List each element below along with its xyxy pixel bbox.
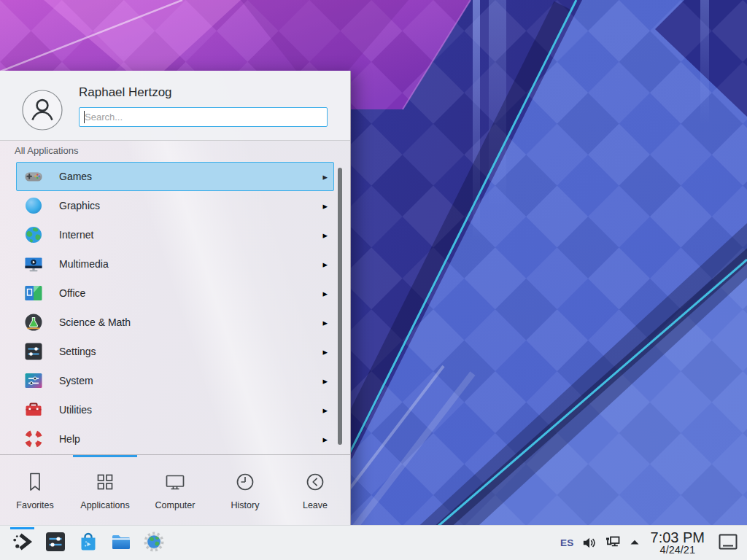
globegear-icon — [142, 530, 166, 556]
launcher-tab-bar: FavoritesApplicationsComputerHistoryLeav… — [0, 454, 350, 525]
search-input[interactable] — [79, 107, 328, 127]
tab-label: Computer — [155, 500, 196, 510]
category-item-multimedia[interactable]: Multimedia▸ — [16, 249, 334, 279]
list-scrollbar-thumb[interactable] — [338, 168, 342, 445]
volume-icon[interactable] — [581, 535, 597, 551]
submenu-arrow-icon: ▸ — [322, 434, 328, 445]
category-label: Settings — [59, 346, 96, 357]
leave-tab-icon — [303, 470, 328, 494]
taskbar-system-settings-button[interactable] — [39, 526, 71, 560]
applications-tab-icon — [93, 470, 117, 494]
category-label: System — [59, 375, 93, 386]
clock-time: 7:03 PM — [651, 530, 705, 545]
category-label: Science & Math — [59, 316, 131, 328]
tab-applications[interactable]: Applications — [70, 455, 140, 525]
tab-label: History — [231, 500, 260, 510]
category-item-utilities[interactable]: Utilities▸ — [16, 395, 334, 424]
tab-leave[interactable]: Leave — [280, 455, 350, 525]
keyboard-layout-indicator[interactable]: ES — [560, 537, 574, 548]
application-launcher-menu: Raphael Hertzog All Applications Games▸G… — [0, 71, 351, 525]
tab-favorites[interactable]: Favorites — [0, 455, 70, 525]
submenu-arrow-icon: ▸ — [322, 405, 328, 416]
submenu-arrow-icon: ▸ — [322, 201, 328, 211]
submenu-arrow-icon: ▸ — [322, 376, 328, 386]
category-label: Utilities — [59, 404, 92, 416]
tab-computer[interactable]: Computer — [140, 455, 210, 525]
dolphin-icon — [109, 530, 133, 556]
desktop: Raphael Hertzog All Applications Games▸G… — [0, 0, 747, 560]
settings-icon — [23, 341, 44, 362]
games-icon — [23, 166, 44, 187]
clock-date: 4/24/21 — [651, 545, 705, 556]
category-item-science-math[interactable]: Science & Math▸ — [16, 308, 334, 337]
network-icon[interactable] — [604, 534, 622, 551]
category-label: Graphics — [59, 200, 100, 211]
history-tab-icon — [233, 470, 258, 494]
submenu-arrow-icon: ▸ — [322, 171, 328, 182]
category-label: Help — [59, 433, 80, 445]
category-list: Games▸Graphics▸Internet▸Multimedia▸Offic… — [0, 162, 350, 454]
computer-tab-icon — [163, 470, 187, 494]
tab-history[interactable]: History — [210, 455, 280, 525]
section-label: All Applications — [15, 145, 78, 156]
submenu-arrow-icon: ▸ — [322, 317, 328, 328]
category-item-system[interactable]: System▸ — [16, 366, 334, 395]
launcher-header: Raphael Hertzog — [0, 71, 350, 141]
category-label: Office — [59, 287, 85, 299]
systemsettings-icon — [44, 530, 67, 556]
category-item-graphics[interactable]: Graphics▸ — [16, 191, 334, 220]
tab-label: Applications — [80, 500, 129, 510]
category-item-games[interactable]: Games▸ — [16, 162, 334, 191]
submenu-arrow-icon: ▸ — [322, 230, 328, 241]
category-item-settings[interactable]: Settings▸ — [16, 337, 334, 366]
category-label: Multimedia — [59, 258, 109, 270]
system-tray: ES 7:03 PM 4/24/21 — [560, 530, 741, 556]
taskbar-discover-software-center-button[interactable] — [71, 526, 104, 560]
kicker-icon — [11, 530, 34, 556]
text-cursor — [84, 111, 85, 123]
office-icon — [23, 283, 44, 303]
category-item-office[interactable]: Office▸ — [16, 279, 334, 308]
taskbar-application-launcher-button[interactable] — [6, 526, 39, 560]
category-item-internet[interactable]: Internet▸ — [16, 220, 334, 249]
discover-icon — [77, 530, 100, 556]
science-icon — [23, 312, 44, 332]
multimedia-icon — [23, 254, 44, 274]
submenu-arrow-icon: ▸ — [322, 346, 328, 357]
submenu-arrow-icon: ▸ — [322, 288, 328, 299]
taskbar-panel: ES 7:03 PM 4/24/21 — [0, 525, 747, 560]
utilities-icon — [23, 400, 44, 420]
user-name: Raphael Hertzog — [79, 85, 172, 100]
taskbar-web-services-globe-button[interactable] — [137, 526, 170, 560]
category-label: Games — [59, 171, 92, 182]
favorites-tab-icon — [23, 470, 47, 494]
digital-clock[interactable]: 7:03 PM 4/24/21 — [651, 530, 705, 556]
tab-label: Favorites — [16, 500, 53, 510]
expand-tray-arrow-icon[interactable] — [629, 537, 640, 548]
search-field-wrap — [79, 107, 328, 127]
internet-icon — [23, 225, 44, 245]
category-item-help[interactable]: Help▸ — [16, 424, 334, 454]
user-avatar[interactable] — [22, 90, 63, 131]
submenu-arrow-icon: ▸ — [322, 259, 328, 270]
taskbar-dolphin-file-manager-button[interactable] — [104, 526, 137, 560]
tab-label: Leave — [303, 500, 328, 510]
graphics-icon — [23, 195, 44, 216]
system-icon — [23, 370, 44, 391]
task-manager — [6, 526, 170, 560]
category-label: Internet — [59, 229, 93, 241]
help-icon — [23, 429, 44, 449]
show-desktop-button[interactable] — [718, 533, 738, 552]
